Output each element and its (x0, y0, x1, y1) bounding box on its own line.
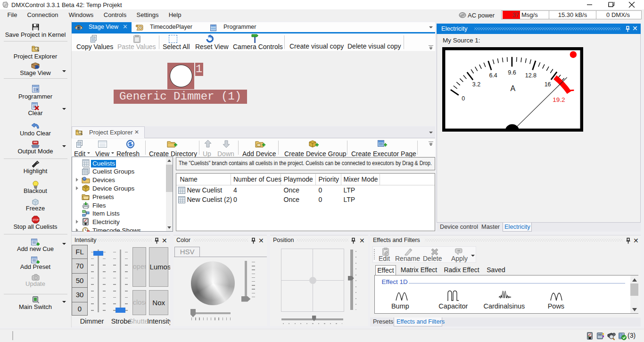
svg-text:12.8: 12.8 (525, 72, 536, 79)
svg-text:0: 0 (462, 95, 465, 102)
svg-text:9.6: 9.6 (508, 69, 516, 76)
svg-text:6.4: 6.4 (489, 73, 497, 79)
svg-text:16: 16 (544, 81, 551, 88)
svg-text:3.2: 3.2 (472, 82, 480, 88)
svg-text:A: A (510, 84, 515, 92)
svg-text:19.2: 19.2 (553, 96, 565, 103)
svg-text:STOP: STOP (33, 219, 38, 221)
